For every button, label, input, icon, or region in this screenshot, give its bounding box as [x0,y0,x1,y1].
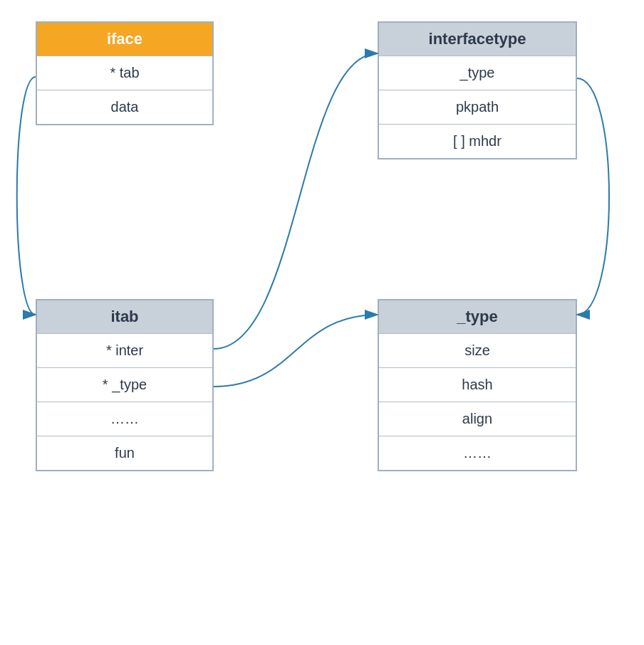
interfacetype-field-type: _type [379,56,576,90]
itab-field-fun: fun [37,436,212,470]
itab-field-dots: …… [37,402,212,436]
iface-box: iface * tab data [36,21,214,125]
itab-box: itab * inter * _type …… fun [36,299,214,471]
type-field-dots: …… [379,436,576,470]
interfacetype-field-mhdr: [ ] mhdr [379,124,576,158]
type-field-size: size [379,333,576,367]
iface-header: iface [37,23,212,56]
itab-field-type: * _type [37,367,212,402]
arrow-itab-inter-to-interfacetype [214,53,378,349]
interfacetype-field-pkpath: pkpath [379,90,576,124]
itab-field-inter: * inter [37,333,212,367]
type-field-hash: hash [379,367,576,402]
interfacetype-box: interfacetype _type pkpath [ ] mhdr [378,21,577,159]
arrow-itab-type-to-type [214,315,378,387]
type-header: _type [379,300,576,333]
type-box: _type size hash align …… [378,299,577,471]
type-field-align: align [379,402,576,436]
arrow-iface-to-itab [17,77,36,315]
arrow-interfacetype-type-to-type [577,78,609,315]
interfacetype-header: interfacetype [379,23,576,56]
iface-field-data: data [37,90,212,124]
iface-field-tab: * tab [37,56,212,90]
itab-header: itab [37,300,212,333]
